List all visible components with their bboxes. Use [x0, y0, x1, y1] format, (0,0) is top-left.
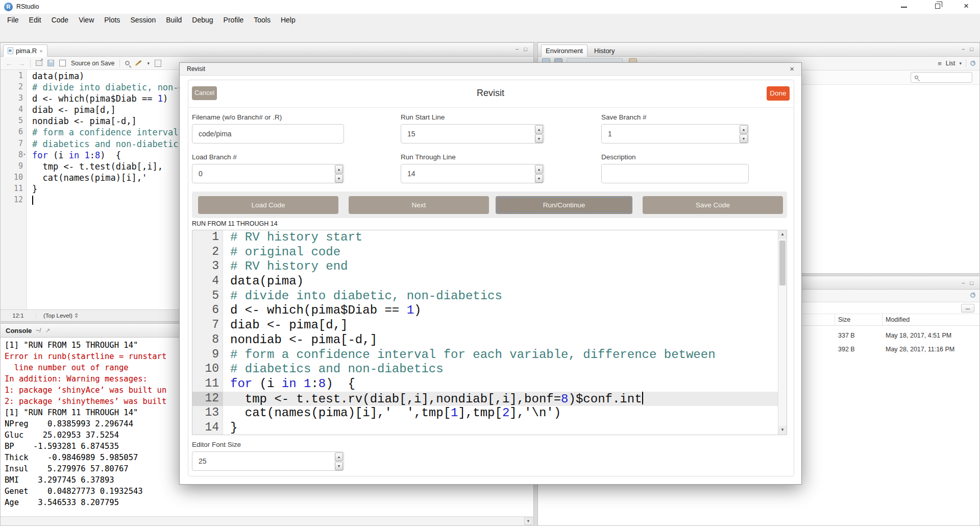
spin-up-icon[interactable]: ▲	[740, 125, 748, 134]
column-size[interactable]: Size	[838, 316, 850, 323]
back-icon[interactable]: ←	[6, 59, 13, 67]
save-branch-spinner[interactable]: ▲ ▼	[740, 125, 748, 142]
save-file-icon[interactable]	[47, 60, 54, 66]
menu-code[interactable]: Code	[46, 14, 74, 27]
refresh-icon[interactable]	[970, 61, 975, 66]
code-line[interactable]: 13 cat(names(pima)[i],' ',tmp[1],tmp[2],…	[192, 406, 778, 421]
code-lines[interactable]: 1# RV history start2# original code3# RV…	[192, 230, 778, 435]
code-scrollbar[interactable]: ▲ ▼	[778, 230, 787, 435]
minimize-pane-icon[interactable]: −	[962, 46, 965, 52]
console-output[interactable]: [1] "RUN FROM 15 THROUGH 14"Error in run…	[5, 340, 166, 508]
console-popout-icon[interactable]: ↗	[45, 327, 51, 334]
spin-up-icon[interactable]: ▲	[335, 452, 343, 461]
list-view-icon[interactable]: ≡	[938, 60, 942, 67]
run-start-line-spinner[interactable]: ▲ ▼	[535, 125, 543, 142]
code-line[interactable]: 7diab <- pima[d,]	[192, 318, 778, 333]
dialog-close-icon[interactable]: ×	[790, 64, 794, 73]
revisit-code-editor[interactable]: 1# RV history start2# original code3# RV…	[192, 230, 787, 435]
done-button[interactable]: Done	[767, 86, 790, 101]
source-on-save-checkbox[interactable]	[59, 60, 66, 66]
menu-session[interactable]: Session	[125, 14, 161, 27]
scroll-up-icon[interactable]: ▲	[778, 230, 787, 239]
spin-down-icon[interactable]: ▼	[335, 174, 343, 183]
menu-tools[interactable]: Tools	[249, 14, 276, 27]
rstudio-window: R RStudio × FileEditCodeViewPlotsSession…	[0, 0, 980, 526]
description-field[interactable]	[601, 164, 749, 183]
refresh-icon[interactable]	[970, 293, 975, 298]
spin-down-icon[interactable]: ▼	[535, 174, 543, 183]
window-close-icon[interactable]: ×	[964, 1, 969, 11]
more-path-button[interactable]: ...	[961, 304, 974, 313]
run-through-line-field[interactable]	[401, 164, 544, 183]
code-line[interactable]: 5# divide into diabetic, non-diabetics	[192, 289, 778, 304]
menu-debug[interactable]: Debug	[187, 14, 218, 27]
find-replace-icon[interactable]	[125, 61, 130, 65]
tab-close-icon[interactable]: ×	[39, 48, 42, 54]
load-code-button[interactable]: Load Code	[198, 196, 338, 214]
save-branch-field[interactable]	[601, 124, 749, 144]
menu-edit[interactable]: Edit	[24, 14, 46, 27]
menu-view[interactable]: View	[74, 14, 99, 27]
code-line[interactable]: 14}	[192, 421, 778, 435]
menu-build[interactable]: Build	[161, 14, 187, 27]
filename-field[interactable]	[192, 124, 344, 144]
code-line[interactable]: 6d <- which(pima$Diab == 1)	[192, 303, 778, 318]
menu-file[interactable]: File	[2, 14, 24, 27]
scroll-down-icon[interactable]: ▼	[778, 426, 787, 435]
scope-selector[interactable]: (Top Level) ⇕	[36, 312, 79, 319]
column-modified[interactable]: Modified	[886, 316, 910, 323]
maximize-pane-icon[interactable]: □	[970, 280, 973, 286]
run-start-line-field[interactable]	[401, 124, 544, 144]
line-number: 9	[192, 348, 219, 361]
spin-down-icon[interactable]: ▼	[535, 134, 543, 143]
minimize-pane-icon[interactable]: −	[962, 280, 965, 286]
tab-history[interactable]: History	[589, 44, 620, 57]
editor-font-size-field[interactable]	[192, 451, 344, 471]
code-tools-caret-icon[interactable]: ▾	[147, 61, 150, 66]
spin-up-icon[interactable]: ▲	[535, 165, 543, 174]
dialog-title-bar[interactable]: Revisit ×	[180, 63, 801, 76]
code-text: tmp <- t.test.rv(diab[,i],nondiab[,i],bo…	[230, 392, 643, 406]
code-line[interactable]: 9# form a confidence interval for each v…	[192, 348, 778, 363]
popout-editor-icon[interactable]	[36, 60, 42, 66]
menu-help[interactable]: Help	[276, 14, 301, 27]
load-branch-field[interactable]	[192, 164, 344, 183]
forward-icon[interactable]: →	[18, 59, 25, 67]
spin-down-icon[interactable]: ▼	[335, 462, 343, 470]
next-button[interactable]: Next	[349, 196, 489, 214]
menu-profile[interactable]: Profile	[218, 14, 249, 27]
window-minimize-icon[interactable]	[901, 7, 907, 8]
code-line[interactable]: 3# RV history end	[192, 259, 778, 274]
load-branch-spinner[interactable]: ▲ ▼	[335, 165, 343, 182]
code-line[interactable]: 1# RV history start	[192, 230, 778, 245]
tab-pima-r[interactable]: pima.R ×	[3, 44, 47, 57]
maximize-pane-icon[interactable]: □	[524, 46, 527, 52]
save-code-button[interactable]: Save Code	[643, 196, 783, 214]
compile-report-icon[interactable]	[155, 60, 161, 67]
code-line[interactable]: 8nondiab <- pima[-d,]	[192, 333, 778, 348]
tab-environment[interactable]: Environment	[541, 44, 587, 57]
console-error-line: In addition: Warning messages:	[5, 373, 166, 385]
console-scrollbar[interactable]: ▼	[1, 516, 533, 525]
environment-search-input[interactable]	[911, 72, 972, 83]
code-line[interactable]: 11for (i in 1:8) {	[192, 377, 778, 392]
code-line[interactable]: 2# original code	[192, 245, 778, 260]
minimize-pane-icon[interactable]: −	[516, 46, 519, 52]
fold-icon[interactable]: ▾	[23, 152, 26, 157]
list-caret-icon[interactable]: ▾	[959, 61, 962, 66]
spin-up-icon[interactable]: ▲	[335, 165, 343, 174]
code-tools-icon[interactable]	[135, 60, 142, 66]
window-restore-icon[interactable]	[935, 4, 940, 9]
run-continue-button[interactable]: Run/Continue	[496, 196, 632, 214]
spin-down-icon[interactable]: ▼	[740, 134, 748, 143]
maximize-pane-icon[interactable]: □	[970, 46, 973, 52]
code-line[interactable]: 4data(pima)	[192, 274, 778, 289]
code-line[interactable]: 10# diabetics and non-diabetics	[192, 362, 778, 377]
spin-up-icon[interactable]: ▲	[535, 125, 543, 134]
font-size-spinner[interactable]: ▲ ▼	[335, 452, 343, 470]
code-line[interactable]: 12 tmp <- t.test.rv(diab[,i],nondiab[,i]…	[192, 392, 778, 407]
scrollbar-thumb[interactable]	[779, 241, 786, 285]
scroll-down-icon[interactable]: ▼	[524, 517, 532, 525]
menu-plots[interactable]: Plots	[99, 14, 125, 27]
run-through-line-spinner[interactable]: ▲ ▼	[535, 165, 543, 182]
